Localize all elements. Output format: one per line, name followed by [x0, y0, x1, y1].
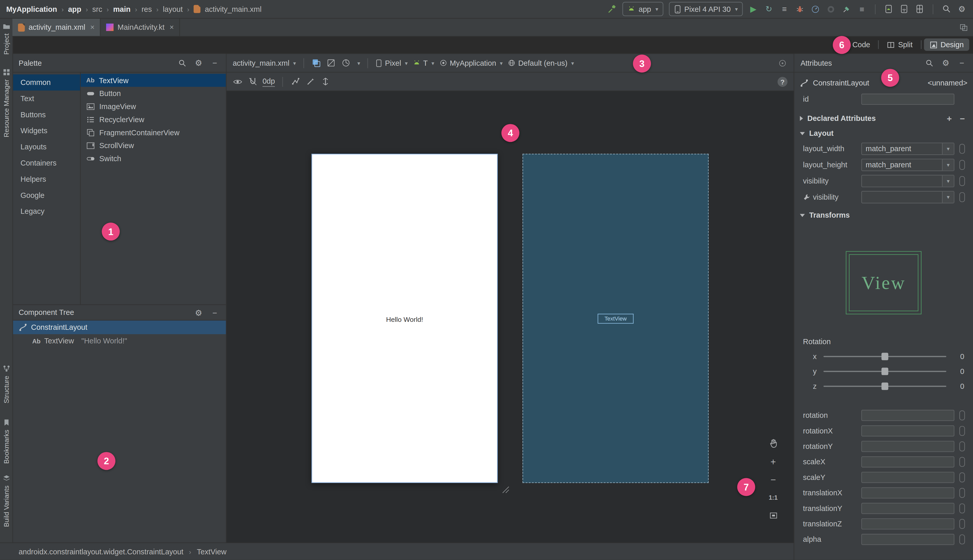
attribute-flag-toggle[interactable]	[960, 441, 965, 451]
search-icon[interactable]	[925, 58, 935, 68]
palette-item-textview[interactable]: Ab TextView	[81, 74, 226, 87]
palette-item-recyclerview[interactable]: RecyclerView	[81, 113, 226, 126]
infer-constraints-wand-icon[interactable]	[306, 77, 316, 87]
palette-item-fragmentcontainerview[interactable]: FragmentContainerView	[81, 126, 226, 139]
design-view-device[interactable]: Hello World!	[312, 154, 498, 483]
zoom-in-button[interactable]: +	[766, 455, 780, 467]
slider-thumb[interactable]	[881, 368, 888, 375]
hide-panel-icon[interactable]: −	[210, 58, 220, 68]
attribute-flag-toggle[interactable]	[960, 144, 965, 154]
breadcrumb-item[interactable]: main	[113, 5, 131, 13]
blueprint-toggle-icon[interactable]	[326, 58, 336, 68]
layout-width-select[interactable]: match_parent ▾	[861, 143, 954, 155]
settings-gear-icon[interactable]: ⚙	[957, 4, 967, 14]
attribute-flag-toggle[interactable]	[960, 534, 965, 544]
canvas-resize-handle[interactable]	[500, 484, 510, 496]
breadcrumb-item[interactable]: MyApplication	[6, 5, 57, 13]
view-options-eye-icon[interactable]	[233, 77, 243, 87]
zoom-100-button[interactable]: 1:1	[766, 491, 780, 503]
guidelines-icon[interactable]	[291, 77, 301, 87]
breadcrumb-item[interactable]: layout	[163, 5, 183, 13]
rotation-z-slider[interactable]	[824, 382, 946, 391]
editor-tabs-menu-icon[interactable]	[960, 23, 968, 33]
tab-mainactivity-kt[interactable]: MainActivity.kt ×	[101, 18, 180, 36]
declared-attributes-section[interactable]: Declared Attributes + −	[794, 111, 973, 126]
scalex-input[interactable]	[861, 456, 954, 467]
attribute-flag-toggle[interactable]	[960, 160, 965, 170]
breadcrumb-item[interactable]: activity_main.xml	[205, 5, 261, 13]
slider-thumb[interactable]	[881, 383, 888, 390]
translationz-input[interactable]	[861, 518, 954, 529]
palette-item-scrollview[interactable]: ScrollView	[81, 139, 226, 152]
palette-category-common[interactable]: Common	[12, 75, 80, 91]
tool-window-project[interactable]: Project	[0, 22, 12, 55]
hide-panel-icon[interactable]: −	[210, 307, 220, 317]
theme-picker[interactable]: MyApplication ▾	[439, 58, 503, 67]
transforms-section[interactable]: Transforms	[794, 208, 973, 223]
palette-category-layouts[interactable]: Layouts	[12, 139, 80, 155]
search-everywhere-icon[interactable]	[941, 4, 951, 14]
status-selected-view[interactable]: TextView	[197, 547, 227, 556]
palette-category-text[interactable]: Text	[12, 91, 80, 107]
autoconnect-magnet-icon[interactable]	[247, 77, 257, 87]
zoom-out-button[interactable]: −	[766, 473, 780, 485]
tab-activity-main-xml[interactable]: activity_main.xml ×	[12, 18, 101, 36]
status-class-path[interactable]: androidx.constraintlayout.widget.Constra…	[18, 547, 183, 556]
gear-icon[interactable]: ⚙	[194, 307, 204, 317]
visibility-select[interactable]: ▾	[861, 175, 954, 187]
debug-icon[interactable]	[795, 4, 805, 14]
translationy-input[interactable]	[861, 503, 954, 513]
attribute-flag-toggle[interactable]	[960, 192, 965, 202]
slider-thumb[interactable]	[881, 353, 888, 360]
blueprint-textview[interactable]: TextView	[598, 313, 634, 323]
render-status-icon[interactable]	[777, 58, 787, 68]
breadcrumb-item[interactable]: src	[92, 5, 102, 13]
rotationx-input[interactable]	[861, 425, 954, 436]
layout-inspector-icon[interactable]	[915, 4, 925, 14]
palette-category-widgets[interactable]: Widgets	[12, 123, 80, 139]
profiler-icon[interactable]	[811, 4, 821, 14]
apply-code-changes-icon[interactable]: ≡	[779, 4, 789, 14]
palette-item-imageview[interactable]: ImageView	[81, 100, 226, 113]
run-button[interactable]: ▶	[748, 4, 758, 14]
blueprint-view-device[interactable]: TextView	[522, 154, 709, 483]
design-surface-select-icon[interactable]	[311, 58, 321, 68]
rotation-input[interactable]	[861, 410, 954, 421]
align-pack-icon[interactable]	[320, 77, 330, 87]
id-input[interactable]	[861, 94, 954, 105]
rotation-y-slider[interactable]	[824, 367, 946, 376]
default-margins-select[interactable]: 0dp	[262, 77, 275, 87]
orientation-select-icon[interactable]	[341, 58, 351, 68]
gear-icon[interactable]: ⚙	[941, 58, 951, 68]
tree-row-textview[interactable]: Ab TextView "Hello World!"	[12, 334, 226, 348]
rotationy-input[interactable]	[861, 440, 954, 452]
attach-debugger-icon[interactable]	[841, 4, 851, 14]
attribute-flag-toggle[interactable]	[960, 488, 965, 498]
pair-devices-icon[interactable]	[899, 4, 909, 14]
device-select[interactable]: Pixel 4 API 30 ▾	[669, 2, 743, 16]
palette-category-buttons[interactable]: Buttons	[12, 107, 80, 123]
attribute-flag-toggle[interactable]	[960, 410, 965, 420]
palette-category-google[interactable]: Google	[12, 187, 80, 203]
attribute-flag-toggle[interactable]	[960, 519, 965, 529]
rerun-icon[interactable]: ↻	[764, 4, 774, 14]
palette-category-containers[interactable]: Containers	[12, 155, 80, 171]
alpha-input[interactable]	[861, 533, 954, 545]
search-icon[interactable]	[177, 58, 187, 68]
chevron-down-icon[interactable]: ▾	[942, 159, 954, 170]
gear-icon[interactable]: ⚙	[194, 58, 204, 68]
layout-section[interactable]: Layout	[794, 126, 973, 141]
rotation-x-slider[interactable]	[824, 352, 946, 361]
palette-item-switch[interactable]: Switch	[81, 152, 226, 165]
layout-height-select[interactable]: match_parent ▾	[861, 158, 954, 171]
design-canvas[interactable]: Hello World! TextView + − 1:1	[227, 91, 794, 543]
tool-window-resource-manager[interactable]: Resource Manager	[0, 68, 12, 138]
breadcrumb-item[interactable]: res	[142, 5, 152, 13]
file-variant-select[interactable]: activity_main.xml ▾	[233, 58, 296, 67]
tool-window-build-variants[interactable]: Build Variants	[0, 474, 12, 527]
palette-category-legacy[interactable]: Legacy	[12, 203, 80, 220]
api-version-picker[interactable]: T ▾	[413, 58, 434, 67]
chevron-down-icon[interactable]: ▾	[942, 192, 954, 202]
close-icon[interactable]: ×	[169, 23, 174, 32]
palette-item-button[interactable]: Button	[81, 87, 226, 100]
